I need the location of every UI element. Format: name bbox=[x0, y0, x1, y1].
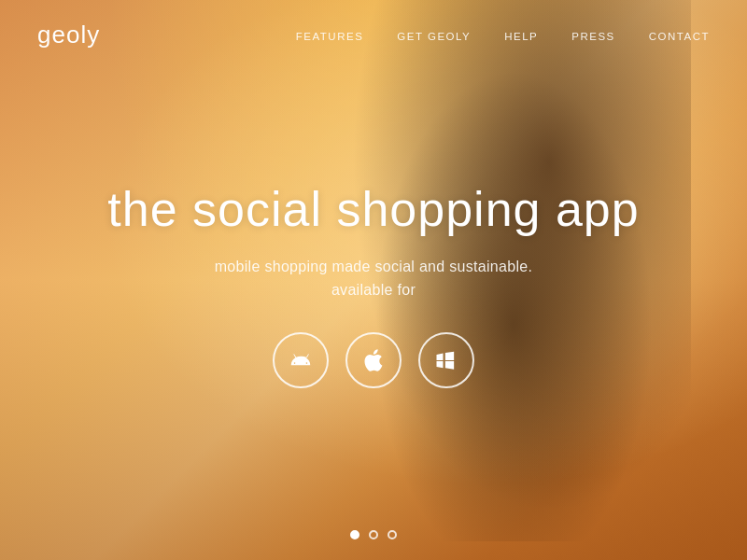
nav-item-help[interactable]: HELP bbox=[504, 27, 538, 44]
windows-icon bbox=[433, 347, 459, 373]
apple-button[interactable] bbox=[345, 332, 402, 388]
android-icon bbox=[288, 347, 314, 373]
nav-link-press[interactable]: PRESS bbox=[571, 31, 615, 42]
navbar: geoly FEATURES GET GEOLY HELP PRESS CONT… bbox=[0, 0, 747, 70]
android-button[interactable] bbox=[273, 332, 329, 388]
hero-subtitle: mobile shopping made social and sustaina… bbox=[215, 255, 533, 302]
apple-icon bbox=[360, 347, 387, 373]
windows-button[interactable] bbox=[418, 332, 474, 388]
hero-title: the social shopping app bbox=[107, 182, 639, 238]
platform-icons bbox=[273, 332, 474, 388]
nav-links: FEATURES GET GEOLY HELP PRESS CONTACT bbox=[296, 27, 710, 44]
nav-link-features[interactable]: FEATURES bbox=[296, 31, 364, 42]
hero-content: the social shopping app mobile shopping … bbox=[107, 182, 639, 388]
hero-section: geoly FEATURES GET GEOLY HELP PRESS CONT… bbox=[0, 0, 747, 560]
nav-item-contact[interactable]: CONTACT bbox=[649, 27, 710, 44]
nav-link-help[interactable]: HELP bbox=[504, 31, 538, 42]
dot-2[interactable] bbox=[369, 530, 378, 539]
dot-1[interactable] bbox=[350, 530, 359, 539]
nav-item-get-geoly[interactable]: GET GEOLY bbox=[397, 27, 471, 44]
nav-item-features[interactable]: FEATURES bbox=[296, 27, 364, 44]
nav-link-get-geoly[interactable]: GET GEOLY bbox=[397, 31, 471, 42]
dot-3[interactable] bbox=[388, 530, 397, 539]
nav-item-press[interactable]: PRESS bbox=[571, 27, 615, 44]
nav-link-contact[interactable]: CONTACT bbox=[649, 31, 710, 42]
logo[interactable]: geoly bbox=[37, 21, 100, 49]
hero-subtitle-line1: mobile shopping made social and sustaina… bbox=[215, 259, 533, 274]
hero-subtitle-line2: available for bbox=[331, 282, 416, 298]
pagination-dots bbox=[350, 530, 397, 539]
